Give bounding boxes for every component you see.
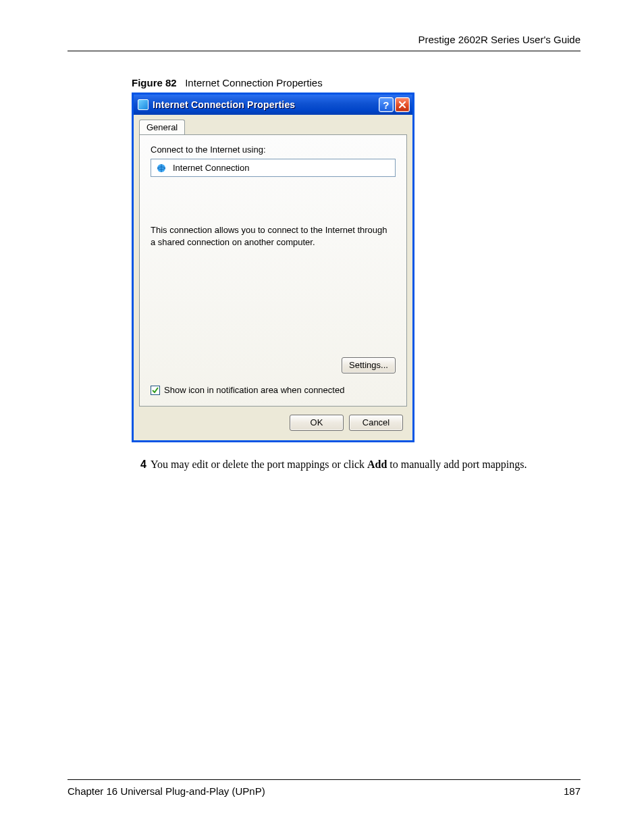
connect-using-label: Connect to the Internet using:: [151, 145, 396, 155]
page-header-guide: Prestige 2602R Series User's Guide: [68, 34, 581, 51]
step-text-before: You may edit or delete the port mappings…: [151, 459, 367, 470]
header-rule: [68, 51, 581, 51]
close-icon: [398, 101, 406, 109]
show-icon-checkbox[interactable]: [151, 386, 160, 395]
dialog-window: Internet Connection Properties ? General…: [132, 93, 414, 442]
footer-chapter: Chapter 16 Universal Plug-and-Play (UPnP…: [68, 785, 265, 797]
page-footer: Chapter 16 Universal Plug-and-Play (UPnP…: [68, 779, 581, 797]
tabs-row: General: [134, 115, 412, 134]
footer-page-number: 187: [564, 785, 581, 797]
figure-caption: Figure 82 Internet Connection Properties: [132, 77, 581, 88]
step-number: 4: [132, 457, 146, 472]
connection-description: This connection allows you to connect to…: [151, 224, 394, 248]
tab-general[interactable]: General: [139, 120, 185, 135]
settings-button[interactable]: Settings...: [342, 357, 396, 373]
step-text-bold: Add: [367, 459, 387, 470]
figure-caption-text: Internet Connection Properties: [185, 77, 322, 88]
tab-panel-general: Connect to the Internet using: Internet …: [139, 134, 407, 407]
figure-label: Figure 82: [132, 77, 177, 88]
step-4: 4 You may edit or delete the port mappin…: [132, 457, 581, 472]
checkmark-icon: [151, 386, 159, 394]
window-icon: [138, 99, 149, 110]
cancel-button[interactable]: Cancel: [349, 415, 403, 431]
step-text-after: to manually add port mappings.: [387, 459, 527, 470]
connection-icon: [155, 163, 167, 174]
step-text: You may edit or delete the port mappings…: [151, 457, 527, 472]
show-icon-checkbox-row[interactable]: Show icon in notification area when conn…: [151, 385, 344, 395]
window-title: Internet Connection Properties: [153, 99, 377, 110]
show-icon-checkbox-label: Show icon in notification area when conn…: [164, 385, 344, 395]
close-button[interactable]: [395, 97, 410, 112]
ok-button[interactable]: OK: [290, 415, 344, 431]
connection-box[interactable]: Internet Connection: [151, 159, 396, 177]
titlebar[interactable]: Internet Connection Properties ?: [134, 95, 412, 115]
connection-name: Internet Connection: [173, 163, 249, 173]
dialog-footer: OK Cancel: [134, 407, 412, 440]
help-button[interactable]: ?: [379, 97, 394, 112]
